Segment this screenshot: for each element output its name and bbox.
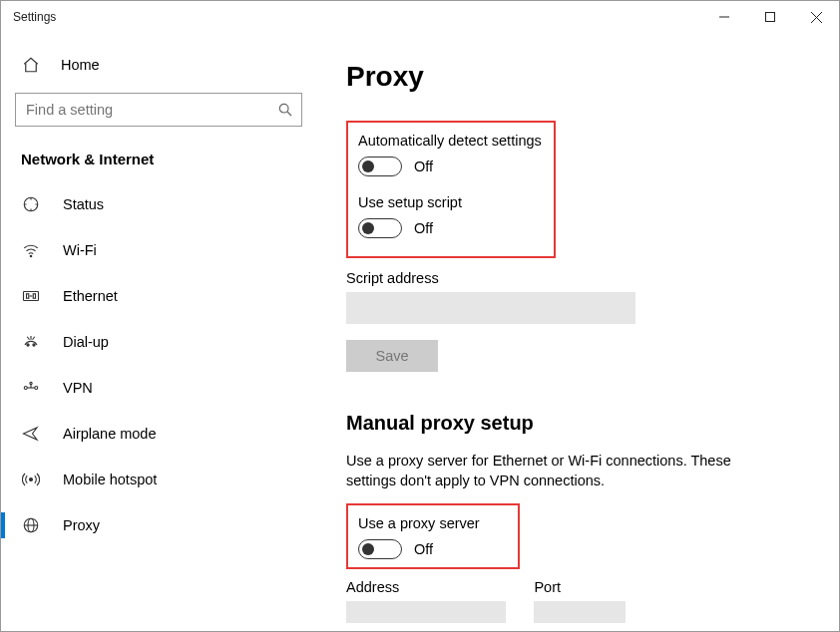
sidebar-item-status[interactable]: Status: [1, 181, 316, 227]
sidebar-item-label: Wi-Fi: [63, 242, 97, 258]
home-link[interactable]: Home: [1, 47, 316, 83]
highlight-box-auto: Automatically detect settings Off Use se…: [346, 121, 556, 258]
window-title: Settings: [13, 10, 56, 24]
search-input[interactable]: [26, 102, 277, 118]
minimize-button[interactable]: [701, 1, 747, 33]
auto-detect-state: Off: [414, 158, 433, 174]
svg-rect-1: [766, 13, 775, 22]
sidebar-item-dialup[interactable]: Dial-up: [1, 319, 316, 365]
dialup-icon: [21, 333, 41, 351]
manual-description: Use a proxy server for Ethernet or Wi-Fi…: [346, 451, 775, 491]
globe-icon: [21, 516, 41, 534]
svg-point-20: [30, 382, 32, 384]
svg-rect-9: [27, 294, 29, 299]
sidebar-item-label: Status: [63, 196, 104, 212]
wifi-icon: [21, 241, 41, 259]
svg-point-7: [30, 255, 32, 257]
sidebar-item-label: Proxy: [63, 517, 100, 533]
port-label: Port: [534, 579, 626, 595]
svg-point-12: [27, 344, 29, 346]
save-button[interactable]: Save: [346, 340, 438, 372]
category-header: Network & Internet: [21, 151, 316, 167]
setup-script-state: Off: [414, 220, 433, 236]
setup-script-toggle[interactable]: [358, 218, 402, 238]
search-box[interactable]: [15, 93, 302, 127]
main-pane: Proxy Automatically detect settings Off …: [316, 33, 839, 631]
highlight-box-proxy: Use a proxy server Off: [346, 503, 520, 569]
sidebar-item-proxy[interactable]: Proxy: [1, 502, 316, 548]
sidebar-item-airplane[interactable]: Airplane mode: [1, 411, 316, 457]
port-input[interactable]: [534, 601, 626, 623]
use-proxy-toggle[interactable]: [358, 539, 402, 559]
ethernet-icon: [21, 287, 41, 305]
sidebar-item-label: Airplane mode: [63, 426, 157, 442]
svg-line-5: [287, 112, 291, 116]
maximize-button[interactable]: [747, 1, 793, 33]
sidebar-item-wifi[interactable]: Wi-Fi: [1, 227, 316, 273]
svg-point-4: [279, 104, 288, 113]
auto-detect-toggle[interactable]: [358, 157, 402, 176]
sidebar-item-label: Dial-up: [63, 334, 109, 350]
sidebar-item-label: VPN: [63, 380, 93, 396]
svg-point-18: [35, 387, 38, 390]
vpn-icon: [21, 379, 41, 397]
home-label: Home: [61, 57, 100, 73]
svg-line-14: [27, 337, 29, 340]
address-input[interactable]: [346, 601, 506, 623]
hotspot-icon: [21, 471, 41, 488]
svg-point-13: [33, 344, 35, 346]
svg-rect-10: [33, 294, 35, 299]
sidebar-item-hotspot[interactable]: Mobile hotspot: [1, 457, 316, 502]
auto-detect-label: Automatically detect settings: [358, 133, 542, 149]
sidebar-item-label: Ethernet: [63, 288, 118, 304]
page-title: Proxy: [346, 61, 803, 93]
sidebar: Home Network & Internet Status Wi-Fi: [1, 33, 316, 631]
close-button[interactable]: [793, 1, 839, 33]
search-icon: [277, 102, 293, 118]
setup-script-label: Use setup script: [358, 194, 542, 210]
sidebar-item-vpn[interactable]: VPN: [1, 365, 316, 411]
airplane-icon: [21, 425, 41, 443]
use-proxy-state: Off: [414, 541, 433, 557]
script-address-input[interactable]: [346, 292, 635, 324]
use-proxy-label: Use a proxy server: [358, 515, 506, 531]
status-icon: [21, 195, 41, 213]
sidebar-item-ethernet[interactable]: Ethernet: [1, 273, 316, 319]
manual-heading: Manual proxy setup: [346, 412, 803, 435]
svg-line-16: [33, 337, 35, 340]
script-address-label: Script address: [346, 270, 803, 286]
address-label: Address: [346, 579, 506, 595]
sidebar-item-label: Mobile hotspot: [63, 472, 157, 487]
svg-point-22: [30, 478, 33, 481]
home-icon: [21, 56, 41, 74]
svg-point-17: [24, 387, 27, 390]
